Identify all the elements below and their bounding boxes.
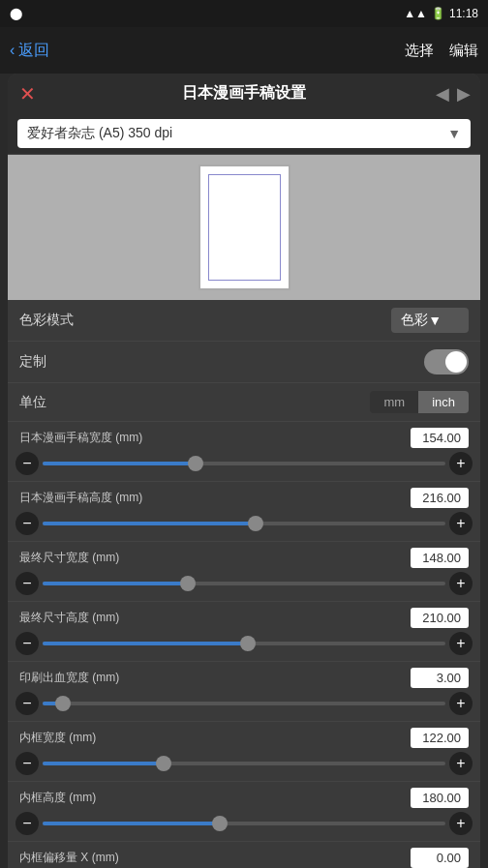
back-arrow-icon: ‹ <box>10 42 15 59</box>
nav-right: 选择 编辑 <box>405 42 478 60</box>
slider-label-row-5: 内框宽度 (mm) 122.00 <box>8 722 480 750</box>
slider-label-row-6: 内框高度 (mm) 180.00 <box>8 782 480 810</box>
slider-controls-2: − + <box>8 570 480 601</box>
slider-label-row-1: 日本漫画手稿高度 (mm) 216.00 <box>8 482 480 510</box>
slider-plus-btn-1[interactable]: + <box>449 512 473 535</box>
color-mode-value: 色彩 <box>401 312 428 329</box>
slider-minus-btn-1[interactable]: − <box>15 512 39 535</box>
slider-thumb-2[interactable] <box>180 576 196 591</box>
slider-minus-btn-3[interactable]: − <box>15 632 39 655</box>
slider-value-2[interactable]: 148.00 <box>411 548 469 568</box>
slider-label-row-4: 印刷出血宽度 (mm) 3.00 <box>8 662 480 690</box>
slider-value-5[interactable]: 122.00 <box>411 728 469 748</box>
slider-track-1[interactable] <box>43 522 445 525</box>
select-button[interactable]: 选择 <box>405 42 434 60</box>
unit-mm-button[interactable]: mm <box>370 391 418 413</box>
close-button[interactable]: ✕ <box>19 82 36 105</box>
slider-section-4: 印刷出血宽度 (mm) 3.00 − + <box>8 662 480 722</box>
slider-minus-btn-2[interactable]: − <box>15 572 39 595</box>
slider-thumb-4[interactable] <box>55 696 71 711</box>
slider-track-6[interactable] <box>43 822 445 825</box>
slider-label-1: 日本漫画手稿高度 (mm) <box>19 490 411 506</box>
slider-label-7: 内框偏移量 X (mm) <box>19 850 411 866</box>
unit-row: 单位 mm inch <box>8 383 480 422</box>
slider-plus-btn-4[interactable]: + <box>449 692 473 715</box>
page-preview <box>198 165 290 290</box>
slider-plus-btn-6[interactable]: + <box>449 812 473 835</box>
preset-dropdown[interactable]: 爱好者杂志 (A5) 350 dpi ▼ <box>17 119 471 148</box>
slider-section-1: 日本漫画手稿高度 (mm) 216.00 − + <box>8 482 480 542</box>
back-label: 返回 <box>18 41 49 61</box>
android-icon: ⬤ <box>10 7 22 20</box>
slider-track-0[interactable] <box>43 462 445 465</box>
slider-value-4[interactable]: 3.00 <box>411 668 469 688</box>
slider-label-2: 最终尺寸宽度 (mm) <box>19 550 411 566</box>
slider-value-3[interactable]: 210.00 <box>411 608 469 628</box>
slider-label-row-3: 最终尺寸高度 (mm) 210.00 <box>8 602 480 630</box>
unit-buttons: mm inch <box>370 391 469 413</box>
slider-label-6: 内框高度 (mm) <box>19 790 411 806</box>
top-nav: ‹ 返回 选择 编辑 <box>0 27 488 74</box>
slider-fill-2 <box>43 582 188 585</box>
slider-controls-4: − + <box>8 690 480 721</box>
preview-area <box>8 155 480 300</box>
slider-label-row-2: 最终尺寸宽度 (mm) 148.00 <box>8 542 480 570</box>
prev-button[interactable]: ◀ <box>436 83 449 105</box>
slider-section-0: 日本漫画手稿宽度 (mm) 154.00 − + <box>8 422 480 482</box>
slider-fill-6 <box>43 822 220 825</box>
preset-value: 爱好者杂志 (A5) 350 dpi <box>27 125 172 142</box>
slider-thumb-5[interactable] <box>156 756 171 771</box>
slider-thumb-1[interactable] <box>248 516 263 531</box>
dialog-nav-buttons: ◀ ▶ <box>436 83 471 105</box>
custom-row: 定制 <box>8 342 480 383</box>
slider-value-7[interactable]: 0.00 <box>411 848 469 868</box>
dialog: ✕ 日本漫画手稿设置 ◀ ▶ 爱好者杂志 (A5) 350 dpi ▼ 色彩模式… <box>8 74 480 868</box>
slider-label-row-0: 日本漫画手稿宽度 (mm) 154.00 <box>8 422 480 450</box>
slider-thumb-0[interactable] <box>188 456 203 471</box>
slider-minus-btn-6[interactable]: − <box>15 812 39 835</box>
edit-button[interactable]: 编辑 <box>449 42 478 60</box>
slider-minus-btn-0[interactable]: − <box>15 452 39 475</box>
unit-inch-button[interactable]: inch <box>418 391 469 413</box>
custom-label: 定制 <box>19 353 424 371</box>
slider-fill-0 <box>43 462 196 465</box>
slider-minus-btn-5[interactable]: − <box>15 752 39 775</box>
dialog-title-bar: ✕ 日本漫画手稿设置 ◀ ▶ <box>8 74 480 113</box>
slider-track-2[interactable] <box>43 582 445 585</box>
time-display: 11:18 <box>449 7 478 20</box>
next-button[interactable]: ▶ <box>457 83 471 105</box>
wifi-icon: ▲▲ <box>404 7 427 20</box>
slider-controls-1: − + <box>8 510 480 541</box>
slider-value-6[interactable]: 180.00 <box>411 788 469 808</box>
sliders-container: 日本漫画手稿宽度 (mm) 154.00 − + 日本漫画手稿高度 (mm) 2… <box>8 422 480 868</box>
slider-controls-6: − + <box>8 810 480 841</box>
slider-section-5: 内框宽度 (mm) 122.00 − + <box>8 722 480 782</box>
slider-section-6: 内框高度 (mm) 180.00 − + <box>8 782 480 842</box>
slider-track-3[interactable] <box>43 642 445 645</box>
slider-thumb-6[interactable] <box>212 816 228 831</box>
color-mode-row: 色彩模式 色彩 ▼ <box>8 300 480 342</box>
color-mode-dropdown[interactable]: 色彩 ▼ <box>391 308 469 333</box>
slider-label-row-7: 内框偏移量 X (mm) 0.00 <box>8 842 480 868</box>
toggle-knob <box>445 351 467 373</box>
slider-fill-3 <box>43 642 248 645</box>
slider-minus-btn-4[interactable]: − <box>15 692 39 715</box>
slider-value-0[interactable]: 154.00 <box>411 428 469 448</box>
slider-value-1[interactable]: 216.00 <box>411 488 469 508</box>
custom-toggle[interactable] <box>424 349 469 374</box>
slider-track-5[interactable] <box>43 762 445 765</box>
unit-label: 单位 <box>19 394 370 411</box>
slider-plus-btn-3[interactable]: + <box>449 632 473 655</box>
slider-plus-btn-2[interactable]: + <box>449 572 473 595</box>
status-bar: ⬤ ▲▲ 🔋 11:18 <box>0 0 488 27</box>
slider-section-7: 内框偏移量 X (mm) 0.00 − + <box>8 842 480 868</box>
slider-section-3: 最终尺寸高度 (mm) 210.00 − + <box>8 602 480 662</box>
slider-plus-btn-5[interactable]: + <box>449 752 473 775</box>
slider-controls-0: − + <box>8 450 480 481</box>
back-button[interactable]: ‹ 返回 <box>10 41 49 61</box>
color-mode-label: 色彩模式 <box>19 312 391 329</box>
status-left: ⬤ <box>10 7 22 20</box>
slider-thumb-3[interactable] <box>240 636 256 651</box>
slider-plus-btn-0[interactable]: + <box>449 452 473 475</box>
slider-track-4[interactable] <box>43 702 445 705</box>
